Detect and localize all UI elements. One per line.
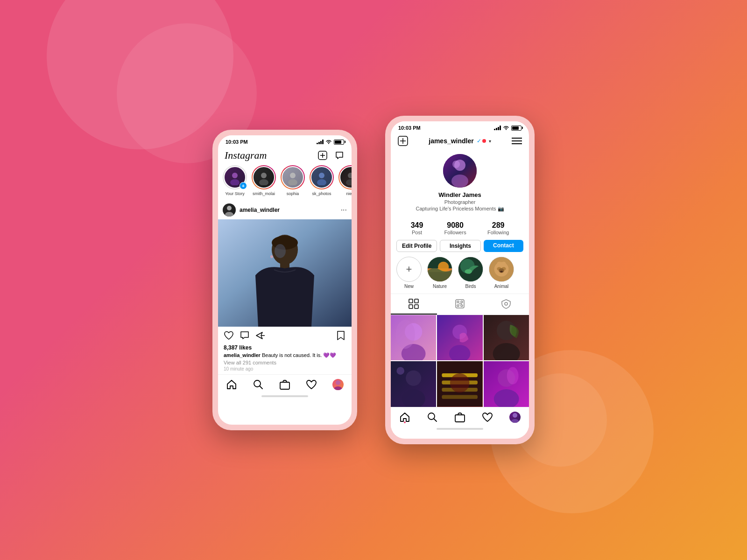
battery-icon-profile	[511, 126, 521, 131]
like-button[interactable]	[224, 330, 234, 341]
nav-home-profile-button[interactable]	[399, 411, 411, 423]
story-your[interactable]: + Your Story	[223, 165, 247, 196]
story-label-sk: sk_photos	[312, 191, 331, 196]
svg-rect-91	[455, 415, 465, 422]
phone-feed: 10:03 PM	[212, 130, 357, 430]
status-bar-profile: 10:03 PM	[391, 121, 529, 133]
svg-line-90	[434, 419, 437, 421]
svg-rect-54	[409, 299, 413, 303]
nav-profile-button[interactable]	[332, 378, 344, 391]
svg-point-76	[406, 371, 421, 386]
nav-likes-profile-button[interactable]	[481, 411, 493, 423]
nav-shop-button[interactable]	[279, 378, 291, 391]
svg-point-7	[259, 179, 268, 185]
post-more-button[interactable]: ···	[341, 206, 347, 214]
story-smith-molai[interactable]: smith_molai	[252, 165, 276, 196]
post-comments[interactable]: View all 291 comments	[218, 360, 352, 366]
highlight-animal[interactable]: Animal	[489, 257, 514, 289]
grid-photo-2[interactable]	[437, 315, 482, 360]
nav-search-profile-button[interactable]	[426, 411, 438, 423]
tab-reels[interactable]	[437, 294, 483, 315]
feed-header: Instagram	[218, 147, 352, 165]
nav-shop-profile-button[interactable]	[454, 411, 466, 423]
stat-following[interactable]: 289 Following	[487, 221, 509, 235]
menu-button[interactable]	[511, 135, 522, 147]
tab-grid[interactable]	[391, 294, 437, 315]
profile-info: Windler James Photographer Capturing Lif…	[391, 150, 529, 217]
svg-point-9	[288, 179, 297, 185]
share-button[interactable]	[255, 330, 266, 341]
highlight-new[interactable]: + New	[396, 257, 422, 289]
story-label-niel: niel_	[346, 191, 352, 196]
stat-followers[interactable]: 9080 Followers	[444, 221, 466, 235]
add-post-button[interactable]	[317, 150, 328, 161]
story-niel[interactable]: niel_	[338, 165, 352, 196]
story-sophia[interactable]: sophia	[281, 165, 305, 196]
nav-profile-profile-button[interactable]	[509, 411, 521, 423]
messages-button[interactable]	[334, 150, 345, 161]
status-icons-feed	[317, 140, 344, 145]
status-bar-feed: 10:03 PM	[218, 135, 352, 147]
stat-posts[interactable]: 349 Post	[411, 221, 423, 235]
verified-badge: ✓	[477, 138, 486, 144]
story-label-smith: smith_molai	[253, 191, 275, 196]
svg-point-62	[461, 305, 463, 307]
comment-button[interactable]	[240, 330, 250, 341]
time-profile: 10:03 PM	[398, 125, 421, 131]
signal-icon	[317, 140, 324, 144]
tab-tagged[interactable]	[483, 294, 529, 315]
highlight-label-new: New	[404, 284, 414, 289]
grid-photo-3[interactable]	[484, 315, 529, 360]
home-indicator	[261, 395, 308, 397]
account-switcher-chevron[interactable]: ▾	[489, 139, 491, 144]
add-post-profile-button[interactable]	[397, 135, 409, 147]
grid-photo-4[interactable]	[391, 361, 436, 406]
svg-point-88	[507, 367, 518, 385]
grid-photo-6[interactable]	[484, 361, 529, 406]
contact-button[interactable]: Contact	[484, 240, 523, 252]
svg-rect-83	[442, 395, 478, 399]
svg-point-8	[290, 173, 296, 178]
svg-point-52	[501, 262, 506, 266]
profile-bio: Capturing Life's Priceless Moments 📷	[416, 206, 504, 212]
svg-point-5	[230, 179, 240, 185]
grid-photo-1[interactable]	[391, 315, 436, 360]
highlight-circle-birds	[458, 257, 483, 282]
photo-grid	[391, 315, 529, 407]
highlight-label-nature: Nature	[433, 284, 447, 289]
nav-home-button[interactable]	[226, 378, 238, 391]
svg-point-60	[461, 301, 463, 303]
post-actions	[218, 327, 352, 344]
svg-point-38	[452, 161, 460, 168]
highlight-label-birds: Birds	[465, 284, 476, 289]
stat-posts-number: 349	[411, 221, 423, 230]
svg-rect-55	[415, 299, 418, 303]
highlight-nature[interactable]: Nature	[427, 257, 452, 289]
highlight-add-button[interactable]: +	[396, 257, 422, 282]
stories-row: + Your Story smith_molai	[218, 165, 352, 201]
post-user[interactable]: amelia_windler	[223, 203, 280, 217]
svg-point-84	[450, 373, 469, 392]
highlight-circle-animal	[489, 257, 514, 282]
svg-line-24	[260, 386, 262, 389]
svg-point-15	[225, 212, 233, 217]
svg-point-68	[395, 320, 415, 349]
battery-icon	[334, 140, 344, 145]
story-sk-photos[interactable]: sk_photos	[310, 165, 334, 196]
svg-point-20	[275, 244, 286, 258]
nav-search-button[interactable]	[252, 378, 264, 391]
highlight-birds[interactable]: Birds	[458, 257, 483, 289]
insights-button[interactable]: Insights	[440, 240, 480, 252]
svg-point-51	[497, 262, 501, 266]
grid-photo-5[interactable]	[437, 361, 482, 406]
post-username: amelia_windler	[240, 207, 280, 213]
signal-icon-profile	[494, 126, 501, 130]
stat-followers-number: 9080	[447, 221, 464, 230]
save-button[interactable]	[336, 330, 346, 341]
edit-profile-button[interactable]: Edit Profile	[396, 240, 437, 252]
nav-likes-button[interactable]	[305, 378, 317, 391]
profile-picture[interactable]	[443, 154, 477, 188]
stat-followers-label: Followers	[444, 230, 466, 235]
stat-following-number: 289	[492, 221, 505, 230]
svg-point-28	[506, 129, 507, 130]
